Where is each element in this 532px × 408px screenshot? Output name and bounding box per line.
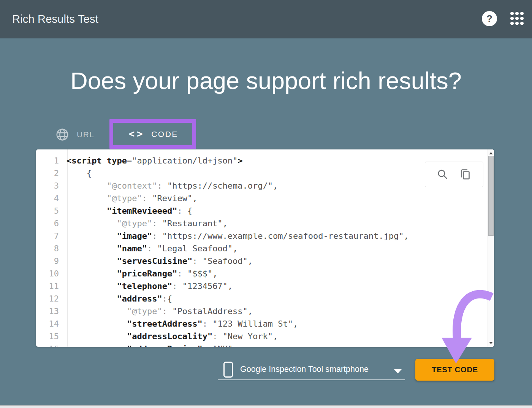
help-button[interactable]: ? bbox=[482, 11, 498, 27]
code-text: "@context": "https://schema.org/", bbox=[63, 179, 278, 192]
device-dropdown-label: Google Inspection Tool smartphone bbox=[240, 365, 369, 374]
tab-url[interactable]: URL bbox=[56, 126, 95, 143]
line-number: 1 bbox=[36, 154, 63, 167]
code-brackets-icon: <> bbox=[127, 128, 145, 140]
code-text: "telephone": "1234567", bbox=[63, 280, 233, 292]
tab-code[interactable]: <> CODE bbox=[113, 123, 192, 145]
code-text: "@type": "PostalAddress", bbox=[63, 305, 253, 318]
app-header: Rich Results Test ? bbox=[0, 0, 532, 38]
code-line: 5 "itemRevieeed": { bbox=[36, 205, 488, 217]
code-line: 15 "addressLocality": "New York", bbox=[36, 330, 488, 343]
code-text: "image": "https://www.example.com/seafoo… bbox=[63, 230, 409, 242]
code-line: 14 "streetAddress": "123 William St", bbox=[36, 318, 488, 330]
line-number: 8 bbox=[36, 242, 63, 255]
help-icon: ? bbox=[482, 11, 497, 26]
dropdown-underline bbox=[218, 379, 405, 380]
line-number: 11 bbox=[36, 280, 63, 292]
line-number: 14 bbox=[36, 318, 63, 330]
code-text: "servesCuisine": "Seafood", bbox=[63, 255, 253, 267]
tab-code-label: CODE bbox=[151, 130, 178, 139]
code-text: "@type": "Restaurant", bbox=[63, 217, 228, 230]
code-line: 9 "servesCuisine": "Seafood", bbox=[36, 255, 488, 267]
line-number: 13 bbox=[36, 305, 63, 318]
code-text: "itemRevieeed": { bbox=[63, 205, 192, 217]
line-number: 16 bbox=[36, 343, 63, 347]
tab-url-label: URL bbox=[77, 130, 95, 139]
code-text: "addressLocality": "New York", bbox=[63, 330, 278, 343]
device-dropdown[interactable]: Google Inspection Tool smartphone bbox=[218, 359, 405, 381]
code-text: "streetAddress": "123 William St", bbox=[63, 318, 298, 330]
smartphone-icon bbox=[223, 362, 233, 378]
code-line: 12 "address":{ bbox=[36, 292, 488, 305]
chevron-down-icon bbox=[394, 369, 402, 373]
code-text: "addressRegion": "NY", bbox=[63, 343, 238, 347]
line-number: 2 bbox=[36, 167, 63, 179]
line-number: 7 bbox=[36, 230, 63, 242]
line-number: 6 bbox=[36, 217, 63, 230]
test-code-button[interactable]: TEST CODE bbox=[415, 359, 494, 381]
line-number: 3 bbox=[36, 179, 63, 192]
line-number: 12 bbox=[36, 292, 63, 305]
scroll-up-icon[interactable] bbox=[489, 152, 493, 154]
page-title: Does your page support rich results? bbox=[0, 67, 532, 94]
code-lines[interactable]: 1<script type="application/ld+json">2 {3… bbox=[36, 154, 488, 347]
code-text: "priceRange": "$$$", bbox=[63, 267, 217, 280]
line-number: 9 bbox=[36, 255, 63, 267]
code-line: 2 { bbox=[36, 167, 488, 179]
globe-icon bbox=[56, 128, 69, 141]
code-text: "address":{ bbox=[63, 292, 172, 305]
page-bottom-strip bbox=[0, 405, 532, 408]
line-number: 4 bbox=[36, 192, 63, 205]
code-editor[interactable]: 1<script type="application/ld+json">2 {3… bbox=[36, 149, 494, 347]
code-line: 7 "image": "https://www.example.com/seaf… bbox=[36, 230, 488, 242]
scroll-down-icon[interactable] bbox=[489, 342, 493, 344]
code-line: 13 "@type": "PostalAddress", bbox=[36, 305, 488, 318]
app-title: Rich Results Test bbox=[12, 0, 98, 38]
copy-button[interactable] bbox=[459, 168, 472, 181]
line-number: 15 bbox=[36, 330, 63, 343]
code-line: 8 "name": "Legal Seafood", bbox=[36, 242, 488, 255]
help-glyph: ? bbox=[486, 13, 492, 25]
code-line: 4 "@type": "Review", bbox=[36, 192, 488, 205]
search-button[interactable] bbox=[437, 168, 449, 181]
code-line: 1<script type="application/ld+json"> bbox=[36, 154, 488, 167]
apps-grid-icon bbox=[510, 12, 524, 25]
code-line: 16 "addressRegion": "NY", bbox=[36, 343, 488, 347]
editor-scrollbar[interactable] bbox=[488, 149, 494, 347]
code-tab-highlight-box: <> CODE bbox=[109, 119, 196, 149]
copy-icon bbox=[459, 168, 472, 181]
code-line: 6 "@type": "Restaurant", bbox=[36, 217, 488, 230]
editor-toolbar bbox=[425, 162, 483, 187]
search-icon bbox=[437, 168, 449, 181]
line-number: 5 bbox=[36, 205, 63, 217]
code-text: "@type": "Review", bbox=[63, 192, 197, 205]
code-line: 10 "priceRange": "$$$", bbox=[36, 267, 488, 280]
code-text: { bbox=[63, 167, 92, 179]
code-line: 3 "@context": "https://schema.org/", bbox=[36, 179, 488, 192]
code-line: 11 "telephone": "1234567", bbox=[36, 280, 488, 292]
rich-results-test-page: Rich Results Test ? Does your page suppo… bbox=[0, 0, 532, 408]
scrollbar-thumb[interactable] bbox=[488, 156, 494, 236]
code-text: <script type="application/ld+json"> bbox=[63, 154, 243, 167]
line-number: 10 bbox=[36, 267, 63, 280]
apps-grid-button[interactable] bbox=[510, 11, 524, 25]
code-text: "name": "Legal Seafood", bbox=[63, 242, 238, 255]
